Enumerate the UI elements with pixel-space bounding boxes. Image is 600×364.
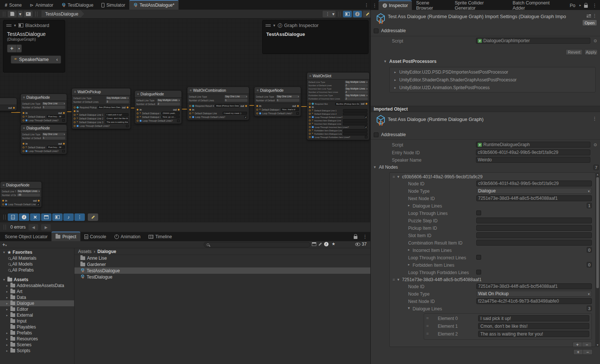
value-port-icon[interactable] (309, 119, 311, 121)
element-value-field[interactable]: The ass is waiting there for you! (478, 331, 589, 337)
property-value-field[interactable] (476, 218, 592, 223)
foldout-triangle-icon[interactable]: ▼ (407, 306, 411, 311)
expand-arrow-icon[interactable]: ▸ (5, 308, 9, 311)
property-value-field[interactable]: c93b5606-401f-49a2-99b5-9ecbf1fa9c29 (476, 181, 592, 186)
toolbar-drag-handle[interactable] (3, 11, 5, 17)
inspector-tab-po[interactable]: Po (566, 1, 579, 10)
folder-item-playables[interactable]: Playables (0, 324, 74, 330)
expand-arrow-icon[interactable]: ▸ (5, 284, 9, 287)
node-collapse-icon[interactable]: ≡ (137, 92, 139, 96)
tab-animation[interactable]: Animation (110, 232, 144, 241)
script-field[interactable]: # DialogueGraphImporter (476, 38, 590, 44)
graph-canvas[interactable]: ≡StartNodeout≡DialogueNodeDefault Line T… (0, 18, 370, 222)
node-checkbox[interactable]: ✓ (365, 126, 367, 128)
node-property-field[interactable]: 3 (106, 100, 129, 103)
input-port-icon[interactable] (137, 109, 139, 111)
string-value-field[interactable]: Post boy... W (47, 146, 65, 149)
value-port-icon[interactable] (74, 118, 76, 119)
file-item-testassdialogue[interactable]: {}TestAssDialogue (74, 267, 370, 274)
property-checkbox[interactable] (476, 255, 481, 260)
value-port-icon[interactable] (309, 126, 311, 128)
node-section-header[interactable]: =▼c93b5606-401f-49a2-99b5-9ecbf1fa9c29 (390, 173, 595, 180)
string-value-field[interactable] (343, 122, 367, 125)
node-property-dropdown[interactable]: Say One Line (42, 133, 65, 136)
graph-node-dialoguenode[interactable]: ≡DialogueNodeDefault Line TypeSay One Li… (254, 87, 301, 117)
apply-button[interactable]: Apply (584, 49, 598, 55)
graph-inspector-panel[interactable]: ▼ i Graph Inspector TestAssDialogue (262, 20, 369, 54)
input-port-icon[interactable] (309, 106, 311, 108)
folder-item-prefabs[interactable]: ▸Prefabs (0, 330, 74, 336)
input-port-icon[interactable] (2, 200, 4, 202)
node-checkbox[interactable] (177, 119, 180, 122)
object-reference-field[interactable]: Ass (Pickup Item Data) (98, 106, 121, 109)
node-collapse-icon[interactable]: ≡ (309, 74, 311, 78)
value-port-icon[interactable] (309, 116, 311, 118)
array-size-badge[interactable]: 0 (587, 262, 592, 267)
object-script-field[interactable]: # RuntimeDialogueGraph (476, 142, 590, 148)
node-checkbox[interactable]: ✓ (244, 116, 247, 118)
node-property-dropdown[interactable]: Say One Line (42, 102, 65, 105)
tab-scene-object-locator[interactable]: Scene Object Locator (1, 232, 51, 241)
addressable-row[interactable]: Addressable (374, 28, 406, 33)
dock-menu-icon[interactable]: ⋮ (371, 3, 379, 8)
drag-handle-icon[interactable]: = (393, 277, 394, 282)
tab-scene[interactable]: #Scene (1, 1, 26, 10)
search-by-type-icon[interactable] (312, 242, 316, 246)
file-item-gardener[interactable]: Gardener (74, 261, 370, 267)
foldout-triangle-icon[interactable]: ▼ (373, 165, 377, 169)
add-property-dropdown[interactable]: ▾ (17, 44, 22, 53)
toggle-info-button[interactable]: i (19, 213, 29, 221)
node-property-dropdown[interactable]: Say Multiple Lines (106, 97, 129, 100)
string-value-field[interactable] (343, 109, 367, 112)
save-graph-button[interactable] (8, 11, 17, 17)
search-by-label-icon[interactable] (319, 242, 322, 246)
inspector-tab-batch-component-adder[interactable]: Batch Component Adder (509, 1, 566, 10)
string-value-field[interactable] (343, 119, 367, 122)
value-port-icon[interactable] (309, 103, 311, 105)
expand-arrow-icon[interactable]: ▸ (5, 290, 9, 293)
remove-node-button[interactable]: − (583, 349, 593, 355)
node-connection-edge[interactable] (11, 112, 21, 113)
value-port-icon[interactable] (137, 112, 139, 114)
all-nodes-foldout[interactable]: ▼ All Nodes (373, 165, 600, 170)
property-dropdown[interactable]: Wait On Pickup (476, 291, 592, 297)
string-value-field[interactable]: I said pick it up! (106, 113, 129, 116)
graph-node-dialoguenode[interactable]: ≡DialogueNodeDefault Line TypeSay Multip… (134, 90, 182, 124)
node-collapse-icon[interactable]: ≡ (23, 126, 25, 130)
folder-item-input[interactable]: Input (0, 318, 74, 324)
string-value-field[interactable]: Cmon, don't be like this! (106, 117, 129, 120)
toggle-audio-button[interactable]: ♪ (63, 213, 74, 221)
value-port-icon[interactable] (23, 150, 24, 152)
graph-node-dialoguenode[interactable]: ≡DialogueNodeDefault Line TypeSay One Li… (20, 94, 67, 124)
toggle-tools-button[interactable] (30, 213, 40, 221)
value-port-icon[interactable] (309, 113, 311, 115)
blackboard-field-speakername[interactable]: “ SpeakerName ‹ (11, 55, 61, 64)
revert-button[interactable]: Revert (566, 49, 583, 55)
node-property-dropdown[interactable]: Say One Line (276, 95, 299, 98)
string-value-field[interactable] (343, 112, 367, 115)
value-port-icon[interactable] (23, 116, 24, 118)
expand-arrow-icon[interactable]: ▸ (5, 343, 9, 347)
output-port-icon[interactable] (297, 105, 299, 107)
output-port-icon[interactable] (127, 107, 129, 108)
node-connection-edge[interactable] (182, 109, 187, 109)
add-element-button[interactable]: + (573, 342, 582, 347)
project-search-input[interactable] (204, 242, 310, 247)
object-menu-icon[interactable]: ⋮ (591, 116, 599, 121)
value-port-icon[interactable] (74, 121, 76, 123)
foldout-triangle-icon[interactable]: ▸ (407, 203, 411, 209)
tab-testdialogue[interactable]: {}TestDialogue (57, 1, 97, 10)
foldout-row-label[interactable]: ▸Incorrect Item Lines (407, 248, 451, 253)
postprocessor-item[interactable]: ▸UnityEditor.U2D.PSD.PSDImporterAssetPos… (390, 68, 595, 76)
node-property-field[interactable]: 2 (345, 91, 368, 94)
value-port-icon[interactable] (74, 125, 76, 127)
all-nodes-scrollbar[interactable]: ▲ ▼ (596, 172, 599, 347)
node-property-field[interactable]: 2 (345, 84, 368, 87)
inspector-tab-sprite-collider-generator[interactable]: Sprite Collider Generator (451, 1, 509, 10)
tab-animator[interactable]: ⊳Animator (26, 1, 57, 10)
expand-arrow-icon[interactable]: ▸ (5, 349, 9, 353)
node-property-dropdown[interactable]: Say Multiple Lines (345, 87, 368, 90)
string-value-field[interactable]: Post boy... W (47, 115, 65, 118)
node-titlebar[interactable]: ≡DialogueNode (0, 182, 41, 189)
property-value-field[interactable]: 7251e73e-38d3-44ff-a8c5-bcf54088aaf1 (476, 283, 592, 289)
